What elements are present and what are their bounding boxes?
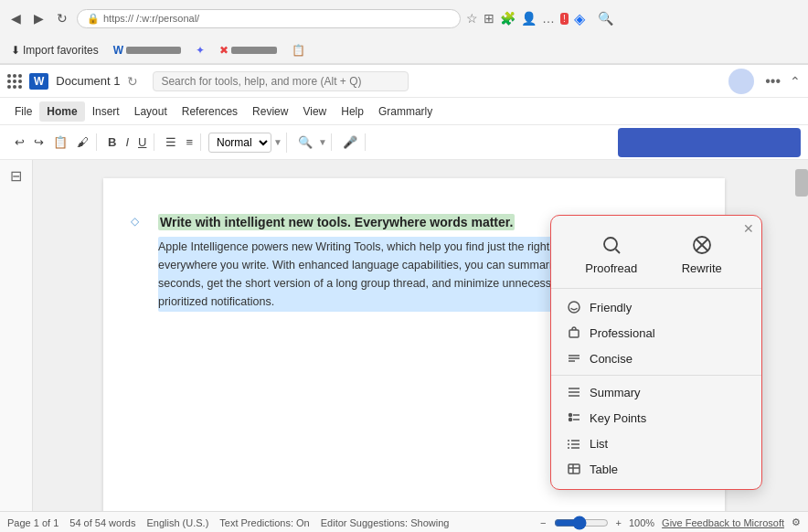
list-group: ☰ ≡ <box>158 133 201 151</box>
fav-item-2[interactable]: ✦ <box>192 42 208 59</box>
browser-toolbar: ◀ ▶ ↻ 🔒 https:// /:w:r/personal/ ☆ ⊞ 🧩 👤… <box>0 0 808 37</box>
url-bar[interactable]: 🔒 https:// /:w:r/personal/ <box>77 9 461 28</box>
copilot-icon[interactable]: ◈ <box>574 10 585 27</box>
format-painter-button[interactable]: 🖌 <box>73 133 92 151</box>
autosave-icon[interactable]: ↻ <box>127 74 138 89</box>
mic-group: 🎤 <box>335 133 366 151</box>
menu-bar: File Home Insert Layout References Revie… <box>0 98 808 125</box>
profile-icon[interactable]: 👤 <box>521 11 537 26</box>
import-label: Import favorites <box>23 44 99 57</box>
right-scrollbar[interactable] <box>795 160 808 511</box>
word-search-input[interactable] <box>153 71 409 91</box>
concise-item[interactable]: Concise <box>551 346 761 371</box>
more-icon[interactable]: … <box>542 11 555 26</box>
menu-layout[interactable]: Layout <box>127 101 175 122</box>
style-group: Normal ▼ <box>205 133 287 153</box>
diamond-marker-icon: ◇ <box>131 215 139 228</box>
forward-button[interactable]: ▶ <box>30 9 48 27</box>
professional-item[interactable]: Professional <box>551 320 761 346</box>
svg-point-0 <box>604 238 617 250</box>
extensions-icon[interactable]: 🧩 <box>500 11 516 26</box>
heading-highlighted: Write with intelligent new tools. Everyw… <box>158 214 515 230</box>
menu-home[interactable]: Home <box>39 101 84 122</box>
left-sidebar: ⊟ <box>0 160 33 511</box>
table-item[interactable]: Table <box>551 456 761 482</box>
popup-divider <box>551 375 761 376</box>
italic-button[interactable]: I <box>122 133 133 151</box>
table-icon <box>566 461 582 477</box>
clipboard-button[interactable]: 📋 <box>49 133 71 151</box>
undo-group: ↩ ↪ 📋 🖌 <box>7 133 97 151</box>
collections-icon[interactable]: ⊞ <box>484 11 494 26</box>
editor-suggestions: Editor Suggestions: Showing <box>321 517 450 528</box>
svg-line-1 <box>615 250 620 254</box>
style-select[interactable]: Normal <box>208 133 271 153</box>
menu-help[interactable]: Help <box>334 101 371 122</box>
zoom-level: 100% <box>629 517 654 528</box>
key-points-icon <box>566 410 582 426</box>
bold-button[interactable]: B <box>104 133 120 151</box>
svg-point-13 <box>569 414 572 417</box>
mic-button[interactable]: 🎤 <box>339 133 361 151</box>
menu-grammarly[interactable]: Grammarly <box>371 101 440 122</box>
menu-review[interactable]: Review <box>245 101 295 122</box>
fav-item-3[interactable]: ✖ <box>216 42 281 59</box>
word-count: 54 of 54 words <box>69 517 135 528</box>
redo-button[interactable]: ↪ <box>30 133 48 151</box>
list-label: List <box>590 437 608 451</box>
list-item[interactable]: List <box>551 431 761 456</box>
notification-badge: ! <box>560 13 569 25</box>
underline-button[interactable]: U <box>134 133 150 151</box>
back-button[interactable]: ◀ <box>7 9 25 27</box>
more-options-button[interactable]: ••• <box>765 73 781 90</box>
proofread-label: Proofread <box>585 261 637 275</box>
format-group: B I U <box>101 133 154 151</box>
settings-icon[interactable]: ⚙ <box>792 516 801 528</box>
menu-insert[interactable]: Insert <box>85 101 127 122</box>
import-favorites[interactable]: ⬇ Import favorites <box>7 42 102 59</box>
key-points-item[interactable]: Key Points <box>551 405 761 431</box>
expand-ribbon-button[interactable]: ⌃ <box>790 74 801 89</box>
concise-label: Concise <box>590 352 633 366</box>
professional-icon <box>566 325 582 341</box>
toolbar: ↩ ↪ 📋 🖌 B I U ☰ ≡ Normal ▼ 🔍 ▼ 🎤 <box>0 125 808 160</box>
sidebar-toggle-icon[interactable]: ⊟ <box>6 164 26 188</box>
zoom-out-button[interactable]: − <box>540 517 546 528</box>
word-fav-icon: W <box>113 44 123 57</box>
proofread-button[interactable]: Proofread <box>574 229 648 279</box>
fav-item-4[interactable]: 📋 <box>288 42 309 59</box>
rewrite-button[interactable]: Rewrite <box>665 229 739 279</box>
svg-point-5 <box>569 302 579 313</box>
find-chevron-icon: ▼ <box>318 137 327 147</box>
search-web-button[interactable]: 🔍 <box>594 9 617 27</box>
svg-rect-23 <box>569 464 579 473</box>
popup-close-button[interactable]: ✕ <box>743 221 754 236</box>
concise-icon <box>566 350 582 367</box>
app-grid-icon[interactable] <box>7 74 22 89</box>
scrollbar-thumb[interactable] <box>795 169 808 197</box>
language: English (U.S.) <box>146 517 208 528</box>
fav-item-1[interactable]: W <box>110 42 185 59</box>
content-wrapper: ⊟ ◇ Write with intelligent new tools. Ev… <box>0 160 808 511</box>
user-avatar[interactable] <box>728 69 754 94</box>
fav-label-3-blur <box>231 47 277 54</box>
editor-bar <box>618 128 801 157</box>
summary-label: Summary <box>590 386 641 399</box>
bullets-button[interactable]: ☰ <box>162 133 180 151</box>
star-icon[interactable]: ☆ <box>466 11 478 26</box>
menu-references[interactable]: References <box>175 101 245 122</box>
align-button[interactable]: ≡ <box>182 133 197 151</box>
undo-button[interactable]: ↩ <box>11 133 28 151</box>
favorites-bar: ⬇ Import favorites W ✦ ✖ 📋 <box>0 37 808 64</box>
rewrite-label: Rewrite <box>682 261 722 275</box>
zoom-in-button[interactable]: + <box>616 517 622 528</box>
search-group: 🔍 ▼ <box>291 133 332 151</box>
menu-view[interactable]: View <box>295 101 334 122</box>
refresh-button[interactable]: ↻ <box>53 9 71 27</box>
zoom-slider[interactable] <box>554 516 609 530</box>
menu-file[interactable]: File <box>7 101 39 122</box>
find-button[interactable]: 🔍 <box>294 133 316 151</box>
friendly-item[interactable]: Friendly <box>551 294 761 320</box>
summary-item[interactable]: Summary <box>551 379 761 405</box>
feedback-link[interactable]: Give Feedback to Microsoft <box>662 517 784 528</box>
